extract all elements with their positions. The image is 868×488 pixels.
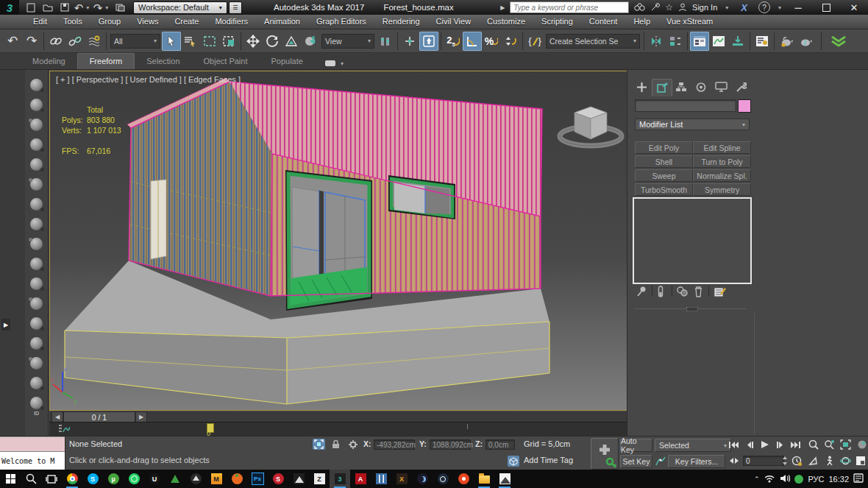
walk-through-icon[interactable] [822,455,836,467]
tab-modeling[interactable]: Modeling [21,54,77,69]
open-file-icon[interactable] [40,1,55,13]
menu-create[interactable]: Create [166,15,207,29]
key-step-arrows-icon[interactable] [727,455,741,467]
3ds-max-logo-icon[interactable]: 3 [0,0,19,15]
remove-modifier-icon[interactable] [694,285,703,298]
menu-scripting[interactable]: Scripting [533,15,581,29]
ribbon-minimize-icon[interactable]: ▾ [325,57,347,69]
freeform-tool-icon[interactable] [30,357,43,369]
modifier-stack[interactable] [633,197,752,284]
auto-key-button[interactable]: Auto Key [620,439,652,452]
curve-editor-icon[interactable] [709,32,728,51]
selection-filter-dropdown[interactable]: All▾ [110,34,160,49]
select-and-manipulate-icon[interactable] [400,32,419,51]
render-production-icon[interactable] [796,32,815,51]
track-bar[interactable]: 0 [49,422,627,437]
freeform-tool-icon[interactable] [30,138,43,151]
tab-populate[interactable]: Populate [259,54,314,69]
display-panel-tab[interactable] [711,79,730,96]
make-unique-icon[interactable] [676,285,689,298]
undo-button[interactable]: ↶ [3,32,22,51]
freeform-tool-icon[interactable] [30,198,43,211]
select-and-scale-icon[interactable] [282,32,301,51]
menu-tools[interactable]: Tools [55,15,90,29]
zoom-icon[interactable] [806,439,820,450]
utilities-panel-tab[interactable] [731,79,750,96]
window-crossing-icon[interactable] [219,32,238,51]
motion-panel-tab[interactable] [691,79,711,96]
taskbar-search-icon[interactable] [21,470,41,488]
modify-panel-tab[interactable] [652,79,672,96]
select-and-place-icon[interactable] [301,32,320,51]
create-key-button[interactable] [591,438,619,470]
film-app-icon[interactable] [371,470,391,488]
menu-group[interactable]: Group [90,15,129,29]
normalize-spline-button[interactable]: Normalize Spl. [693,169,751,182]
menu-help[interactable]: Help [625,15,658,29]
3ds-max-taskbar-icon[interactable]: 3 [330,470,350,488]
menu-vue-xstream[interactable]: Vue xStream [658,15,721,29]
utorrent-icon[interactable]: µ [103,470,124,488]
add-time-tag-label[interactable]: Add Time Tag [524,456,573,464]
start-button-icon[interactable] [0,470,21,488]
sign-in-label[interactable]: Sign In [692,3,717,12]
bind-space-warp-icon[interactable] [85,32,104,51]
freeform-tool-icon[interactable] [30,218,43,230]
freeform-tool-icon[interactable] [30,79,43,91]
select-by-name-icon[interactable] [181,32,200,51]
tab-freeform[interactable]: Freeform [77,53,135,69]
unreal-engine-icon[interactable]: U [144,470,165,488]
photoshop-icon[interactable]: Ps [247,470,268,488]
menu-views[interactable]: Views [129,15,166,29]
perspective-viewport[interactable]: z x y [ + ] [ Perspective ] [ User Defin… [49,71,627,411]
menu-animation[interactable]: Animation [256,15,308,29]
volume-icon[interactable] [780,474,790,484]
notifications-icon[interactable] [853,473,864,484]
macro-recorder-area[interactable] [0,436,65,452]
zoom-all-icon[interactable] [822,439,836,450]
edit-poly-button[interactable]: Edit Poly [635,141,693,154]
named-selection-sets-icon[interactable]: {} [525,32,544,51]
freeform-tool-icon[interactable] [30,99,43,111]
rectangular-selection-icon[interactable] [200,32,219,51]
listener-text[interactable]: Welcome to M [0,452,65,470]
infocenter-arrow-icon[interactable]: ▶ [500,4,505,11]
search-binoculars-icon[interactable] [634,1,645,14]
freeform-tool-icon[interactable] [30,297,43,310]
skype-icon[interactable]: S [82,470,103,488]
left-panel-expand-arrow[interactable]: ▶ [1,319,10,330]
shell-button[interactable]: Shell [635,155,693,168]
pan-view-icon[interactable] [806,455,820,467]
freeform-tool-icon[interactable] [30,258,43,270]
unlink-icon[interactable] [65,32,85,51]
mini-curve-editor-icon[interactable] [58,424,70,436]
field-of-view-icon[interactable] [855,439,868,450]
time-configuration-icon[interactable] [790,455,804,467]
help-caret-icon[interactable]: ▾ [778,4,781,11]
help-icon[interactable]: ? [758,1,770,13]
unity-icon[interactable] [185,470,206,488]
use-pivot-center-icon[interactable] [376,32,395,51]
reference-coordinate-dropdown[interactable]: View▾ [321,34,374,49]
adobe-icon[interactable]: A [350,470,371,488]
next-frame-icon[interactable] [773,439,787,450]
select-object-button[interactable] [162,32,181,51]
frame-spinner[interactable] [781,455,789,467]
restore-button[interactable] [812,0,840,15]
time-forward-arrow[interactable]: ▶ [135,411,147,422]
search-input[interactable] [510,1,629,13]
render-setup-icon[interactable] [753,32,772,51]
angle-snap-icon[interactable] [463,32,482,51]
redo-icon[interactable]: ↷▾ [91,1,110,13]
object-color-swatch[interactable] [738,99,751,113]
rollout-divider[interactable] [635,308,747,309]
freeform-tool-icon[interactable] [30,158,43,171]
clock[interactable]: 16:32 [828,475,849,484]
carrot-app-icon[interactable] [227,470,247,488]
go-to-end-icon[interactable] [789,439,803,450]
substance-icon[interactable]: S [268,470,288,488]
workspace-menu-icon[interactable]: ☰ [229,1,242,14]
symmetry-button[interactable]: Symmetry [693,183,751,196]
freeform-tool-icon[interactable] [30,119,43,131]
freeform-tool-icon[interactable] [30,238,43,250]
